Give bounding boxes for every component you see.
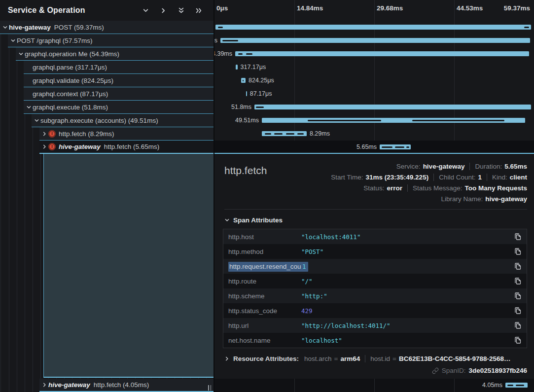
- attribute-key: http.route: [228, 278, 301, 285]
- resource-value: BC62E13B-C4CC-5854-9788-2568…: [399, 355, 511, 362]
- copy-icon[interactable]: [514, 262, 522, 270]
- tree-row[interactable]: graphql.parse (317.17μs): [0, 61, 214, 74]
- timeline-row[interactable]: 5.65ms: [214, 141, 534, 154]
- tree-row[interactable]: subgraph.execute (accounts) (49.51ms): [0, 114, 214, 127]
- span-id-label: SpanID:: [442, 367, 466, 374]
- span-bar[interactable]: [236, 65, 237, 70]
- timeline-row[interactable]: 57.57ms: [214, 34, 534, 47]
- tree-row[interactable]: graphql.execute (51.8ms): [0, 101, 214, 114]
- span-duration-label: 49.51ms: [235, 117, 259, 124]
- tree-row[interactable]: POST /graphql (57.57ms): [0, 34, 214, 47]
- span-bar[interactable]: [235, 51, 529, 56]
- meta-label: Status Message:: [413, 184, 463, 192]
- selected-span-expand-area: [43, 154, 214, 378]
- chevron-right-icon[interactable]: [159, 6, 167, 14]
- tree-row[interactable]: hive-gatewayhttp.fetch (4.05ms): [0, 379, 214, 392]
- panel-divider[interactable]: [214, 0, 214, 392]
- timeline-row[interactable]: 49.51ms: [214, 114, 534, 127]
- attribute-row: http.route"/": [223, 274, 527, 288]
- chevron-down-icon[interactable]: [2, 24, 8, 30]
- panel-resize-handle[interactable]: [208, 385, 211, 391]
- meta-label: Start Time:: [331, 174, 363, 181]
- timeline-row[interactable]: 87.17μs: [214, 87, 534, 101]
- child-span-marker: [246, 53, 252, 55]
- chevron-down-icon[interactable]: [142, 6, 149, 14]
- double-chevron-down-icon[interactable]: [177, 6, 185, 14]
- tree-row[interactable]: graphql.context (87.17μs): [0, 87, 214, 101]
- tree-row[interactable]: hive-gatewayPOST (59.37ms): [0, 21, 214, 34]
- meta-label: Duration:: [475, 163, 502, 170]
- span-bar[interactable]: [215, 25, 531, 30]
- meta-separator: [407, 184, 408, 192]
- span-bar[interactable]: [246, 91, 247, 96]
- resource-equals: =: [334, 355, 338, 362]
- timeline-panel: 0μs 14.84ms 29.68ms 44.53ms 59.37ms 57.5…: [214, 0, 534, 392]
- child-span-marker: [297, 133, 304, 135]
- tree-row[interactable]: !hive-gatewayhttp.fetch (5.65ms): [0, 141, 214, 154]
- tree-header: Service & Operation: [0, 0, 214, 21]
- span-duration-label: 87.17μs: [250, 90, 272, 97]
- link-icon[interactable]: [432, 367, 439, 374]
- meta-label: Service:: [396, 163, 421, 170]
- attribute-row: net.host.name"localhost": [223, 333, 527, 348]
- chevron-down-icon[interactable]: [26, 104, 32, 110]
- meta-value: Too Many Requests: [464, 184, 527, 192]
- span-bar[interactable]: [254, 105, 531, 109]
- axis-tick: 0μs: [216, 4, 228, 12]
- resource-attributes-row[interactable]: Resource Attributes: host.arch=arm64host…: [224, 355, 527, 362]
- copy-icon[interactable]: [514, 233, 522, 241]
- chevron-down-icon[interactable]: [10, 37, 16, 43]
- span-bar[interactable]: [220, 38, 530, 43]
- timeline-footer-row: 4.05ms: [214, 379, 534, 392]
- attribute-row: http.scheme"http:": [223, 288, 527, 303]
- chevron-down-icon: [224, 217, 230, 223]
- service-name: hive-gateway: [48, 381, 90, 389]
- timeline-row[interactable]: 51.8ms: [214, 101, 534, 114]
- timeline-row[interactable]: 54.39ms: [214, 47, 534, 61]
- tree-row-label: hive-gatewayhttp.fetch (5.65ms): [59, 143, 159, 150]
- copy-icon[interactable]: [514, 292, 522, 300]
- tree-row[interactable]: graphql.operation Me (54.39ms): [0, 47, 214, 61]
- meta-label: Status:: [363, 184, 384, 192]
- meta-label: Library Name:: [441, 195, 483, 203]
- timeline-row[interactable]: 317.17μs: [214, 61, 534, 74]
- chevron-right-icon[interactable]: [41, 131, 47, 137]
- meta-separator: [433, 174, 434, 181]
- meta-separator: [469, 163, 470, 170]
- double-chevron-right-icon[interactable]: [195, 6, 203, 14]
- span-attributes-title: Span Attributes: [233, 216, 283, 224]
- copy-icon[interactable]: [514, 248, 522, 255]
- meta-value: error: [387, 184, 402, 192]
- attribute-value: 1: [301, 263, 514, 270]
- span-detail-header: http.fetch Service:hive-gatewayDuration:…: [224, 161, 527, 204]
- chevron-right-icon[interactable]: [41, 382, 47, 388]
- tree-row-label: POST /graphql (57.57ms): [17, 37, 93, 44]
- tree-row-label: http.fetch (8.29ms): [59, 130, 114, 138]
- span-duration-label: 54.39ms: [214, 50, 232, 57]
- child-span-marker: [507, 385, 513, 386]
- copy-icon[interactable]: [514, 321, 522, 329]
- tree-row-label: graphql.execute (51.8ms): [33, 104, 108, 111]
- gridline: [374, 379, 375, 392]
- detail-divider: [224, 209, 527, 210]
- span-duration-label: 57.57ms: [214, 37, 217, 44]
- copy-icon[interactable]: [514, 277, 522, 285]
- tree-row[interactable]: !http.fetch (8.29ms): [0, 127, 214, 141]
- child-span-marker: [222, 40, 238, 41]
- copy-icon[interactable]: [514, 307, 522, 315]
- chevron-down-icon[interactable]: [34, 117, 39, 123]
- tree-row[interactable]: graphql.validate (824.25μs): [0, 74, 214, 87]
- copy-icon[interactable]: [514, 336, 522, 344]
- child-span-marker: [265, 133, 271, 135]
- span-tree-panel: Service & Operation hive-gatewayPOST (59…: [0, 0, 214, 392]
- chevron-right-icon[interactable]: [41, 144, 47, 150]
- span-id-row: SpanID: 3de02518937fb246: [224, 367, 527, 374]
- timeline-row[interactable]: 8.29ms: [214, 127, 534, 141]
- span-attributes-header[interactable]: Span Attributes: [224, 216, 527, 224]
- attribute-value: "/": [301, 278, 514, 285]
- chevron-down-icon[interactable]: [18, 51, 24, 57]
- timeline-row[interactable]: 824.25μs: [214, 74, 534, 87]
- timeline-row[interactable]: [214, 21, 534, 34]
- tree-row-label: subgraph.execute (accounts) (49.51ms): [40, 117, 158, 124]
- resource-key: host.arch: [304, 355, 332, 362]
